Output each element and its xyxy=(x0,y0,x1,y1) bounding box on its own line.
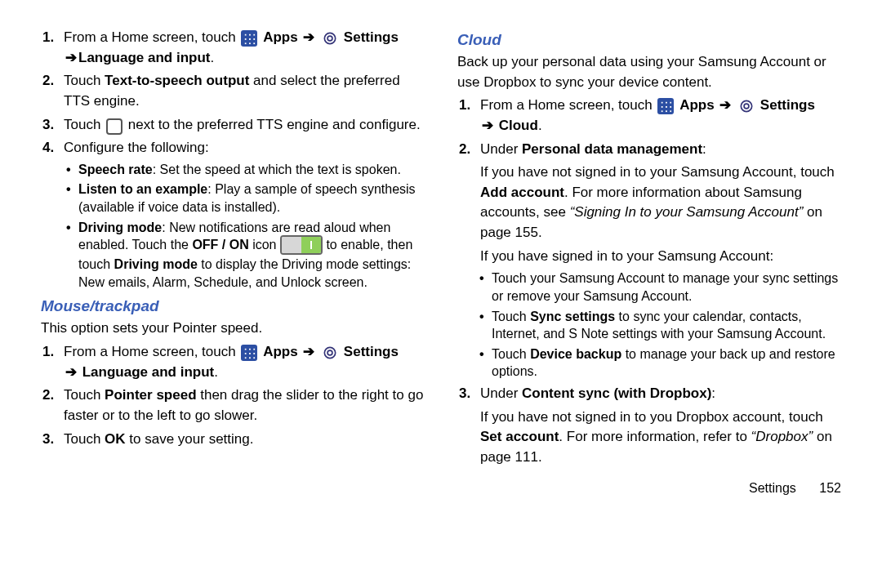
apps-label: Apps xyxy=(679,97,715,113)
text: . xyxy=(211,50,215,65)
list-item: From a Home screen, touch Apps ➔ Setting… xyxy=(480,96,841,136)
arrow-icon: ➔ xyxy=(65,50,77,65)
page: From a Home screen, touch Apps ➔ Setting… xyxy=(0,0,882,588)
svg-point-4 xyxy=(741,100,751,111)
svg-point-2 xyxy=(324,347,335,358)
text: “Dropbox” xyxy=(751,429,813,444)
paragraph: If you have signed in to your Samsung Ac… xyxy=(480,247,841,267)
list-item: Under Personal data management: If you h… xyxy=(480,140,841,381)
text: to save your setting. xyxy=(126,431,254,447)
list-item: Under Content sync (with Dropbox): If yo… xyxy=(480,384,841,468)
svg-point-1 xyxy=(327,36,332,41)
text: From a Home screen, touch xyxy=(480,97,656,113)
right-column: Cloud Back up your personal data using y… xyxy=(441,24,841,572)
text: : xyxy=(711,385,715,401)
settings-label: Settings xyxy=(760,97,815,113)
text: Under xyxy=(480,141,522,157)
list-item: Driving mode: New notifications are read… xyxy=(78,219,425,292)
settings-icon xyxy=(322,30,338,47)
text: Add account xyxy=(480,185,564,200)
text: Touch xyxy=(64,387,105,403)
apps-label: Apps xyxy=(263,29,298,45)
page-footer: Settings 152 xyxy=(457,481,841,496)
text: If you have not signed in to your Samsun… xyxy=(480,164,835,180)
apps-icon xyxy=(241,30,257,47)
text: Pointer speed xyxy=(105,387,196,403)
text: If you have not signed in to you Dropbox… xyxy=(480,409,823,425)
text: : Set the speed at which the text is spo… xyxy=(153,163,401,176)
list-item: Touch Pointer speed then drag the slider… xyxy=(64,385,425,425)
arrow-icon: ➔ xyxy=(303,29,314,45)
text: : xyxy=(702,141,706,157)
config-bullets: Speech rate: Set the speed at which the … xyxy=(64,161,425,292)
text: From a Home screen, touch xyxy=(64,29,239,45)
text: Driving mode xyxy=(114,257,198,271)
text: Personal data management xyxy=(522,141,702,157)
text: Speech rate xyxy=(78,163,153,176)
arrow-icon: ➔ xyxy=(65,364,77,380)
list-item: From a Home screen, touch Apps ➔ Setting… xyxy=(64,342,425,382)
svg-point-3 xyxy=(327,350,332,355)
arrow-icon: ➔ xyxy=(719,97,731,113)
settings-label: Settings xyxy=(344,29,399,45)
text: Language and input xyxy=(78,364,214,380)
list-item: From a Home screen, touch Apps ➔ Setting… xyxy=(64,28,425,68)
mouse-trackpad-title: Mouse/trackpad xyxy=(41,297,425,315)
text: . xyxy=(214,364,218,380)
text: Device backup xyxy=(530,347,621,361)
toggle-icon xyxy=(280,235,323,255)
paragraph: If you have not signed in to you Dropbox… xyxy=(480,408,841,468)
arrow-icon: ➔ xyxy=(482,118,493,133)
text: Listen to an example xyxy=(78,182,207,196)
svg-point-0 xyxy=(324,33,335,43)
arrow-icon: ➔ xyxy=(303,344,314,359)
list-item: Touch OK to save your setting. xyxy=(64,430,425,450)
text: Touch your Samsung Account to manage you… xyxy=(492,271,838,303)
samsung-bullets: Touch your Samsung Account to manage you… xyxy=(480,270,841,381)
settings-icon xyxy=(738,98,755,114)
svg-point-5 xyxy=(744,104,749,109)
text: next to the preferred TTS engine and con… xyxy=(128,117,421,132)
cloud-steps: From a Home screen, touch Apps ➔ Setting… xyxy=(457,96,841,467)
text: Touch xyxy=(64,73,105,88)
apps-label: Apps xyxy=(263,344,298,359)
list-item: Configure the following: Speech rate: Se… xyxy=(64,138,425,291)
text: OK xyxy=(105,431,126,447)
mouse-intro: This option sets your Pointer speed. xyxy=(41,318,425,339)
tts-steps: From a Home screen, touch Apps ➔ Setting… xyxy=(41,28,425,291)
settings-icon xyxy=(322,345,338,361)
apps-icon xyxy=(657,98,674,114)
list-item: Touch next to the preferred TTS engine a… xyxy=(64,115,425,136)
text: Content sync (with Dropbox) xyxy=(522,385,711,401)
list-item: Touch your Samsung Account to manage you… xyxy=(492,270,841,305)
list-item: Listen to an example: Play a sample of s… xyxy=(78,180,425,216)
text: Sync settings xyxy=(530,310,615,323)
text: Set account xyxy=(480,429,559,444)
text: Configure the following: xyxy=(64,140,209,155)
text: Touch xyxy=(492,347,530,361)
text: Text-to-speech output xyxy=(105,73,249,88)
text: Touch xyxy=(64,431,105,447)
list-item: Touch Device backup to manage your back … xyxy=(492,345,841,381)
text: . For more information, refer to xyxy=(559,429,751,444)
left-column: From a Home screen, touch Apps ➔ Setting… xyxy=(41,24,441,572)
list-item: Speech rate: Set the speed at which the … xyxy=(78,161,425,179)
text: From a Home screen, touch xyxy=(64,344,239,359)
gear-icon xyxy=(106,118,122,135)
text: icon xyxy=(249,238,280,252)
settings-label: Settings xyxy=(344,344,399,359)
cloud-title: Cloud xyxy=(457,31,841,49)
text: Language and input xyxy=(78,50,211,65)
cloud-intro: Back up your personal data using your Sa… xyxy=(457,52,841,92)
list-item: Touch Text-to-speech output and select t… xyxy=(64,71,425,111)
text: Touch xyxy=(492,310,530,323)
footer-section: Settings xyxy=(749,481,796,495)
text: Touch xyxy=(64,117,105,132)
text: Driving mode xyxy=(78,220,162,234)
apps-icon xyxy=(241,345,257,361)
text: Cloud xyxy=(495,118,538,133)
text: OFF / ON xyxy=(192,238,248,252)
text: Under xyxy=(480,385,522,401)
mouse-steps: From a Home screen, touch Apps ➔ Setting… xyxy=(41,342,425,449)
list-item: Touch Sync settings to sync your calenda… xyxy=(492,308,841,343)
